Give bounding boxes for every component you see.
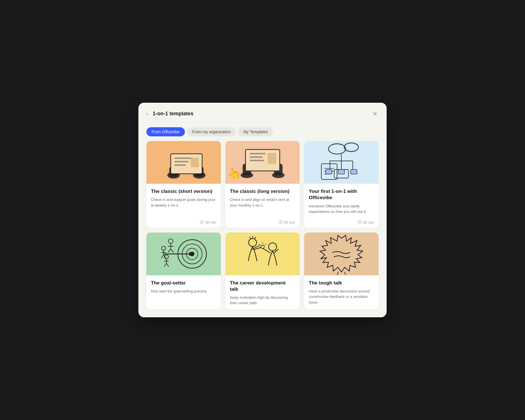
svg-line-66 — [259, 244, 260, 245]
modal-header: ‹ 1-on-1 templates ✕ — [138, 103, 387, 123]
card-title-goal-setter: The goal-setter — [151, 280, 216, 286]
svg-line-53 — [166, 263, 169, 267]
clock-icon-3: 🕐 — [358, 220, 362, 224]
card-duration-classic-long: 60 min — [284, 220, 295, 225]
svg-rect-8 — [191, 158, 199, 167]
card-goal-setter[interactable]: The goal-setter Kick-start the goal-sett… — [146, 233, 221, 309]
clock-icon-2: 🕐 — [278, 220, 283, 224]
card-body-classic-long: The classic (long version) Check in and … — [225, 184, 300, 218]
card-footer-classic-short: 🕐 30 min — [146, 218, 221, 228]
svg-point-18 — [329, 144, 346, 154]
card-title-tough-talk: The tough talk — [309, 280, 374, 286]
card-title-career-dev: The career development talk — [230, 280, 295, 292]
card-image-classic-long — [225, 141, 300, 184]
svg-rect-16 — [250, 160, 264, 161]
modal-title: 1-on-1 templates — [153, 111, 371, 117]
svg-rect-29 — [326, 169, 332, 174]
card-image-tough-talk — [304, 233, 379, 275]
card-desc-first-1on1: Introduce Officevibe and clarify expecta… — [309, 203, 374, 215]
card-image-goal-setter — [146, 233, 221, 275]
svg-line-57 — [255, 237, 256, 239]
svg-point-12 — [272, 172, 284, 178]
card-desc-classic-long: Check in and align on what's next at you… — [230, 197, 295, 214]
svg-point-39 — [168, 239, 173, 243]
template-grid: The classic (short version) Check in and… — [138, 141, 387, 317]
modal: ‹ 1-on-1 templates ✕ From Officevibe Fro… — [138, 103, 387, 317]
tab-bar: From Officevibe From my organization My … — [138, 123, 387, 141]
svg-rect-5 — [174, 158, 191, 159]
card-desc-career-dev: Keep motivation high by discussing their… — [230, 295, 295, 306]
card-first-1on1[interactable]: Your first 1-on-1 with Officevibe Introd… — [304, 141, 379, 228]
card-image-first-1on1 — [304, 141, 379, 184]
card-title-classic-long: The classic (long version) — [230, 188, 295, 195]
card-desc-tough-talk: Have a productive discussion around cons… — [309, 288, 374, 306]
card-classic-short[interactable]: The classic (short version) Check in and… — [146, 141, 221, 228]
card-tough-talk[interactable]: The tough talk Have a productive discuss… — [304, 233, 379, 309]
card-classic-long[interactable]: The classic (long version) Check in and … — [225, 141, 300, 228]
close-button[interactable]: ✕ — [371, 110, 379, 118]
svg-point-19 — [344, 143, 359, 152]
svg-point-54 — [249, 239, 257, 247]
svg-rect-14 — [250, 153, 265, 154]
card-image-classic-short — [146, 141, 221, 184]
tab-my-templates[interactable]: My Templates — [238, 127, 273, 136]
card-footer-first-1on1: 🕐 30 min — [304, 218, 379, 228]
svg-line-52 — [164, 263, 166, 267]
card-title-first-1on1: Your first 1-on-1 with Officevibe — [309, 188, 374, 201]
back-button[interactable]: ‹ — [144, 110, 150, 118]
svg-line-55 — [249, 237, 251, 239]
card-body-career-dev: The career development talk Keep motivat… — [225, 275, 300, 309]
card-desc-classic-short: Check in and support goals during your b… — [151, 197, 216, 214]
card-image-career-dev — [225, 233, 300, 275]
svg-rect-6 — [174, 161, 189, 162]
svg-rect-15 — [250, 156, 262, 158]
card-body-goal-setter: The goal-setter Kick-start the goal-sett… — [146, 275, 221, 309]
card-body-classic-short: The classic (short version) Check in and… — [146, 184, 221, 218]
svg-line-43 — [171, 249, 173, 253]
card-footer-classic-long: 🕐 60 min — [225, 218, 300, 228]
svg-point-60 — [268, 243, 276, 251]
card-desc-goal-setter: Kick-start the goal-setting process — [151, 288, 216, 306]
card-career-dev[interactable]: The career development talk Keep motivat… — [225, 233, 300, 309]
svg-rect-30 — [351, 169, 357, 174]
card-title-classic-short: The classic (short version) — [151, 188, 216, 195]
card-body-tough-talk: The tough talk Have a productive discuss… — [304, 275, 379, 309]
svg-point-10 — [241, 172, 253, 178]
svg-rect-7 — [174, 164, 186, 166]
clock-icon: 🕐 — [200, 220, 204, 224]
svg-line-67 — [337, 272, 339, 275]
svg-line-62 — [274, 249, 278, 253]
svg-line-68 — [344, 272, 346, 275]
svg-point-63 — [261, 245, 264, 249]
svg-rect-31 — [338, 169, 345, 174]
svg-line-42 — [168, 249, 171, 253]
svg-line-47 — [161, 255, 163, 258]
svg-point-44 — [161, 246, 165, 250]
tab-from-organization[interactable]: From my organization — [187, 127, 236, 136]
svg-rect-17 — [268, 153, 276, 164]
card-body-first-1on1: Your first 1-on-1 with Officevibe Introd… — [304, 184, 379, 218]
card-duration-first-1on1: 30 min — [363, 220, 374, 225]
tab-from-officevibe[interactable]: From Officevibe — [146, 127, 185, 136]
svg-line-65 — [265, 244, 266, 245]
card-duration-classic-short: 30 min — [205, 220, 216, 225]
